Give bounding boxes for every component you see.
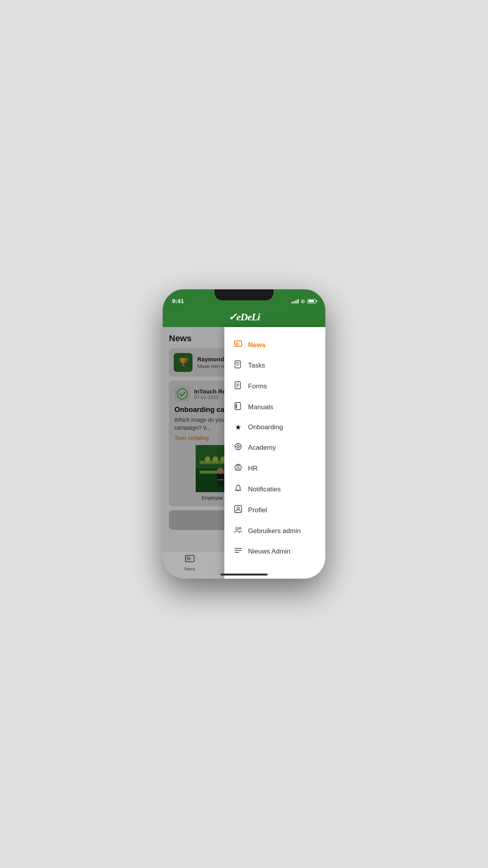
sidebar-news-icon: [234, 340, 242, 349]
battery-fill: [308, 300, 314, 302]
sidebar-item-tasks[interactable]: Tasks: [224, 355, 325, 376]
home-indicator: [220, 574, 268, 576]
sidebar-item-forms[interactable]: Forms: [224, 376, 325, 397]
battery-icon: [307, 299, 316, 303]
sidebar-manuals-label: Manuals: [248, 403, 273, 411]
notch: [215, 289, 273, 300]
sidebar-notificaties-label: Notificaties: [248, 485, 281, 493]
sidebar-manuals-icon: [234, 402, 242, 412]
sidebar-profiel-label: Profiel: [248, 506, 267, 514]
sidebar-item-news[interactable]: News: [224, 335, 325, 355]
app-logo: ✓eDeLi: [228, 311, 260, 323]
sidebar-forms-label: Forms: [248, 383, 267, 390]
status-time: 9:41: [172, 298, 184, 304]
sidebar-item-gebruikers[interactable]: Gebruikers admin: [224, 520, 325, 541]
svg-rect-33: [235, 345, 238, 346]
sidebar-forms-icon: [234, 381, 242, 391]
sidebar-hr-label: HR: [248, 465, 258, 473]
svg-rect-38: [236, 362, 237, 364]
signal-bar-4: [297, 299, 299, 303]
svg-rect-37: [237, 365, 238, 366]
sidebar-users-icon: [234, 526, 242, 536]
sidebar-academy-label: Academy: [248, 444, 276, 452]
svg-rect-42: [236, 386, 238, 387]
svg-rect-31: [235, 342, 238, 343]
phone-frame: 9:41 ⊛ ✓eDeLi: [163, 289, 325, 579]
svg-rect-41: [236, 385, 239, 386]
sidebar-item-academy[interactable]: Academy: [224, 437, 325, 458]
phone-screen: 9:41 ⊛ ✓eDeLi: [163, 289, 325, 579]
sidebar-academy-icon: [234, 443, 242, 452]
signal-bars-icon: [292, 299, 299, 303]
app-header: ✓eDeLi: [163, 307, 325, 327]
sidebar-news-label: News: [248, 341, 265, 349]
sidebar-star-icon: ★: [234, 423, 242, 432]
svg-rect-44: [236, 404, 237, 408]
sidebar-item-nieuws-admin[interactable]: Nieuws Admin: [224, 541, 325, 561]
sidebar-item-manuals[interactable]: Manuals: [224, 397, 325, 417]
logo-v: ✓: [228, 311, 237, 323]
svg-rect-36: [237, 364, 239, 365]
sidebar-onboarding-label: Onboarding: [248, 423, 283, 431]
sidebar-bell-icon: [234, 484, 242, 494]
svg-point-56: [239, 528, 241, 530]
sidebar-item-onboarding[interactable]: ★ Onboarding: [224, 417, 325, 437]
wifi-icon: ⊛: [301, 298, 305, 304]
svg-point-55: [236, 528, 238, 530]
signal-bar-3: [295, 300, 297, 303]
signal-bar-2: [294, 301, 295, 303]
signal-bar-1: [292, 302, 293, 303]
sidebar-hr-icon: [234, 463, 242, 473]
svg-point-54: [237, 507, 239, 509]
sidebar-item-profiel[interactable]: Profiel: [224, 500, 325, 520]
sidebar-gebruikers-label: Gebruikers admin: [248, 527, 301, 535]
svg-point-46: [237, 445, 239, 448]
svg-point-52: [237, 465, 239, 467]
sidebar-tasks-icon: [234, 360, 242, 370]
sidebar-profile-icon: [234, 505, 242, 515]
sidebar-item-hr[interactable]: HR: [224, 458, 325, 479]
sidebar-item-notificaties[interactable]: Notificaties: [224, 479, 325, 500]
sidebar-list-icon: [234, 547, 242, 556]
sidebar-tasks-label: Tasks: [248, 362, 265, 370]
status-icons: ⊛: [292, 298, 316, 304]
app-body: News 🏆 Raymond Kulsen Maak een nieuwsite…: [163, 327, 325, 579]
dim-overlay[interactable]: [163, 327, 224, 579]
svg-rect-32: [235, 344, 239, 344]
sidebar-nieuws-admin-label: Nieuws Admin: [248, 548, 290, 555]
svg-rect-35: [237, 362, 239, 363]
sidebar-menu: News Tasks: [224, 327, 325, 579]
svg-rect-40: [236, 384, 239, 384]
